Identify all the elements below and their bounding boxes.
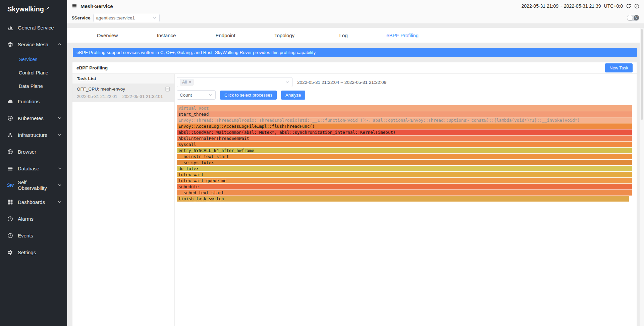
bar-chart-icon xyxy=(7,25,13,31)
flame-frame[interactable]: Envoy::Thread::ThreadImplPosix::ThreadIm… xyxy=(177,117,632,123)
chevron-down-icon xyxy=(58,166,62,170)
chevron-down-icon xyxy=(58,116,62,120)
service-selector-bar: $Service agentless::service1 V xyxy=(67,12,644,24)
sidebar-item-infrastructure[interactable]: Infrastructure xyxy=(0,126,67,143)
process-filter-tag: All × xyxy=(180,79,194,86)
sidebar-item-settings[interactable]: Settings xyxy=(0,244,67,261)
task-list-item[interactable]: OFF_CPU: mesh-envoy 2022-05-31 21:22:01 … xyxy=(72,84,174,102)
sidebar-item-label: Browser xyxy=(18,149,36,155)
flame-frame[interactable]: syscall xyxy=(177,142,632,147)
sidebar-item-kubernetes[interactable]: Kubernetes xyxy=(0,110,67,126)
sidebar-item-database[interactable]: Database xyxy=(0,160,67,177)
flame-frame[interactable]: AbslInternalPerThreadSemWait xyxy=(177,135,632,141)
task-start-time: 2022-05-31 21:22:01 xyxy=(77,94,117,99)
sidebar-item-label: Infrastructure xyxy=(18,132,47,138)
new-task-button[interactable]: New Task xyxy=(605,63,633,72)
page-title: Mesh-Service xyxy=(80,3,113,9)
analysis-controls-row2: Count Click to select processes Analyze xyxy=(177,90,631,100)
flame-frame[interactable]: absl::CondVar::WaitCommon(absl::Mutex*, … xyxy=(177,129,632,135)
flame-frame[interactable]: schedule xyxy=(177,184,632,189)
flame-graph: Virtual Rootstart_threadEnvoy::Thread::T… xyxy=(177,105,632,202)
sidebar-item-label: Service Mesh xyxy=(18,42,48,47)
sidebar-item-browser[interactable]: Browser xyxy=(0,143,67,160)
gear-icon xyxy=(7,250,13,255)
tab-instance[interactable]: Instance xyxy=(137,33,196,38)
sidebar-item-data-plane[interactable]: Data Plane xyxy=(0,79,67,93)
sidebar-item-label: General Service xyxy=(18,25,54,31)
service-select-value: agentless::service1 xyxy=(96,15,135,20)
info-icon[interactable] xyxy=(634,4,639,9)
tab-log[interactable]: Log xyxy=(314,33,373,38)
chevron-down-icon xyxy=(58,200,62,204)
panel-header: eBPF Profiling New Task xyxy=(72,62,637,74)
analyze-button[interactable]: Analyze xyxy=(281,91,305,100)
sidebar-item-dashboards[interactable]: Dashboards xyxy=(0,194,67,210)
chevron-down-icon xyxy=(209,93,213,97)
dashboard-list-icon[interactable] xyxy=(72,3,77,9)
timezone-label[interactable]: UTC+0:0 xyxy=(604,3,623,9)
layers-icon xyxy=(7,42,13,47)
sidebar-item-service-mesh[interactable]: Service Mesh xyxy=(0,36,67,53)
clock-icon xyxy=(7,233,13,238)
flame-frame[interactable]: Envoy::AccessLog::AccessLogFileImpl::flu… xyxy=(177,123,632,129)
scrollbar[interactable] xyxy=(640,28,644,326)
flame-frame[interactable]: start_thread xyxy=(177,111,632,117)
select-processes-button[interactable]: Click to select processes xyxy=(220,91,277,100)
task-name: OFF_CPU: mesh-envoy xyxy=(77,87,125,92)
chevron-down-icon xyxy=(58,183,62,187)
analyze-time-range: 2022-05-31 21:22:04 ~ 2022-05-31 21:32:0… xyxy=(297,80,386,85)
scrollbar-thumb[interactable] xyxy=(641,29,643,120)
chevron-up-icon xyxy=(58,42,62,46)
task-schedule-icon[interactable] xyxy=(165,87,170,92)
refresh-icon[interactable] xyxy=(626,3,631,9)
flame-frame[interactable]: __noinstr_text_start xyxy=(177,154,632,159)
flame-frame[interactable]: futex_wait_queue_me xyxy=(177,178,632,183)
tab-ebpf-profiling[interactable]: eBPF Profiling xyxy=(373,33,432,38)
flame-frame[interactable]: entry_SYSCALL_64_after_hwframe xyxy=(177,148,632,153)
aggregation-select-value: Count xyxy=(180,93,192,98)
tab-topology[interactable]: Topology xyxy=(255,33,314,38)
sidebar: Skywalking General Service Service Mesh … xyxy=(0,0,67,326)
panel-body: Task List OFF_CPU: mesh-envoy 2022-05-31… xyxy=(72,74,637,326)
global-time-range[interactable]: 2022-05-31 21:09 ~ 2022-05-31 21:39 xyxy=(522,3,601,9)
database-icon xyxy=(7,166,13,171)
skywalking-sw-icon: Sw xyxy=(7,182,13,188)
service-variable-label: $Service xyxy=(72,15,91,20)
cluster-nodes-icon xyxy=(7,132,13,138)
task-end-time: 2022-05-31 21:32:01 xyxy=(122,94,163,99)
service-select[interactable]: agentless::service1 xyxy=(93,14,160,22)
skywalking-logo[interactable]: Skywalking xyxy=(0,0,67,16)
sidebar-item-general-service[interactable]: General Service xyxy=(0,19,67,36)
logo-text: Skywalking xyxy=(7,5,44,13)
flame-frame[interactable]: do_futex xyxy=(177,166,632,171)
version-toggle[interactable]: V xyxy=(627,15,639,21)
sidebar-item-control-plane[interactable]: Control Plane xyxy=(0,66,67,79)
aggregation-select[interactable]: Count xyxy=(177,90,216,100)
task-list-column: Task List OFF_CPU: mesh-envoy 2022-05-31… xyxy=(72,74,175,326)
tag-close-icon[interactable]: × xyxy=(189,80,191,84)
sidebar-item-alarms[interactable]: Alarms xyxy=(0,210,67,227)
sidebar-item-label: Alarms xyxy=(18,216,34,222)
chevron-down-icon xyxy=(58,133,62,137)
sidebar-item-label: Database xyxy=(18,166,39,171)
tab-overview[interactable]: Overview xyxy=(78,33,137,38)
flame-frame[interactable]: futex_wait xyxy=(177,172,632,177)
grid-icon xyxy=(7,199,13,205)
sidebar-item-functions[interactable]: Functions xyxy=(0,93,67,110)
chevron-down-icon xyxy=(285,80,289,84)
flame-frame[interactable]: __sched_text_start xyxy=(177,190,632,196)
analysis-controls-row1: All × 2022-05-31 21:22:04 ~ 2022-05-31 2… xyxy=(177,77,631,87)
flame-frame[interactable]: Virtual Root xyxy=(177,105,632,111)
tab-endpoint[interactable]: Endpoint xyxy=(196,33,255,38)
flame-frame[interactable]: finish_task_switch xyxy=(177,196,629,202)
process-filter-select[interactable]: All × xyxy=(177,77,292,87)
kubernetes-icon xyxy=(7,115,13,121)
sidebar-item-self-observability[interactable]: Sw Self Observability xyxy=(0,177,67,194)
sidebar-item-events[interactable]: Events xyxy=(0,227,67,244)
sidebar-item-label: Self Observability xyxy=(18,179,53,191)
flame-frame[interactable]: __se_sys_futex xyxy=(177,160,632,165)
sidebar-item-label: Kubernetes xyxy=(18,115,44,121)
sidebar-nav: General Service Service Mesh Services Co… xyxy=(0,19,67,261)
sidebar-item-services[interactable]: Services xyxy=(0,53,67,66)
content-area: Overview Instance Endpoint Topology Log … xyxy=(67,24,644,326)
